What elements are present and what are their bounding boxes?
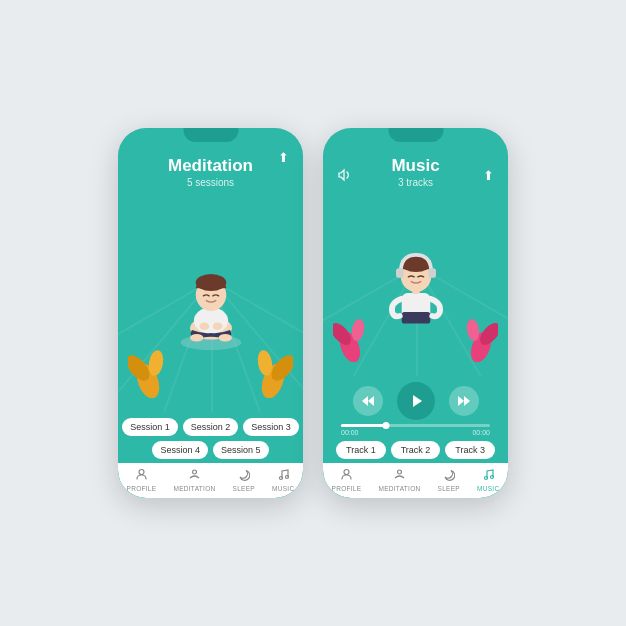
session-4-button[interactable]: Session 4	[152, 441, 208, 459]
notch	[183, 128, 238, 142]
share-icon[interactable]: ⬆	[278, 150, 289, 165]
meditation-nav-label: Meditation	[173, 485, 215, 492]
meditation-nav-icon	[188, 468, 201, 484]
svg-point-9	[190, 334, 203, 342]
track-3-button[interactable]: Track 3	[445, 441, 495, 459]
svg-point-19	[285, 476, 288, 479]
nav-meditation[interactable]: Meditation	[173, 468, 215, 492]
svg-rect-32	[428, 268, 436, 278]
rewind-button[interactable]	[353, 386, 383, 416]
svg-rect-31	[396, 268, 404, 278]
sessions-row-1: Session 1 Session 2 Session 3	[128, 418, 293, 436]
sleep-nav-icon	[237, 468, 250, 484]
music-nav-icon	[277, 468, 290, 484]
svg-point-10	[218, 334, 231, 342]
meditation-illustration	[118, 192, 303, 412]
time-start: 00:00	[341, 429, 359, 436]
track-1-button[interactable]: Track 1	[336, 441, 386, 459]
time-row: 00:00 00:00	[341, 429, 490, 436]
top-section-music: Music 3 tracks ⬆	[323, 146, 508, 192]
meditation-nav-label-2: Meditation	[378, 485, 420, 492]
svg-point-11	[199, 322, 209, 330]
share-icon-2[interactable]: ⬆	[483, 168, 494, 183]
svg-point-38	[344, 470, 349, 475]
progress-fill	[341, 424, 386, 427]
nav-profile[interactable]: Profile	[127, 468, 157, 492]
play-button[interactable]	[397, 382, 435, 420]
session-2-button[interactable]: Session 2	[183, 418, 239, 436]
profile-nav-label: Profile	[127, 485, 157, 492]
svg-point-40	[484, 477, 487, 480]
music-nav-icon-2	[482, 468, 495, 484]
music-nav-label-2: Music	[477, 485, 499, 492]
left-leaves-music	[333, 312, 368, 366]
nav-music-2[interactable]: Music	[477, 468, 499, 492]
meditation-subtitle: 5 sessions	[187, 177, 234, 188]
svg-point-39	[397, 470, 401, 474]
meditation-title: Meditation	[168, 156, 253, 176]
svg-marker-33	[362, 396, 368, 406]
volume-icon[interactable]	[337, 168, 351, 185]
profile-nav-icon-2	[340, 468, 353, 484]
nav-sleep-2[interactable]: Sleep	[438, 468, 460, 492]
music-illustration	[323, 192, 508, 376]
sessions-area: Session 1 Session 2 Session 3 Session 4 …	[118, 412, 303, 463]
sessions-row-2: Session 4 Session 5	[128, 441, 293, 459]
sleep-nav-icon-2	[442, 468, 455, 484]
sleep-nav-label-2: Sleep	[438, 485, 460, 492]
svg-marker-37	[464, 396, 470, 406]
svg-marker-35	[413, 395, 422, 407]
svg-marker-34	[368, 396, 374, 406]
svg-point-8	[193, 307, 227, 334]
svg-point-18	[279, 477, 282, 480]
session-3-button[interactable]: Session 3	[243, 418, 299, 436]
meditation-character	[166, 252, 256, 352]
music-title: Music	[391, 156, 439, 176]
player-controls	[323, 382, 508, 420]
progress-area: 00:00 00:00	[323, 424, 508, 436]
phones-container: Meditation 5 sessions ⬆	[118, 128, 508, 498]
bottom-nav-music: Profile Meditation	[323, 463, 508, 498]
svg-rect-27	[401, 312, 430, 323]
tracks-area: Track 1 Track 2 Track 3	[323, 436, 508, 463]
nav-music[interactable]: Music	[272, 468, 294, 492]
phone-music: Music 3 tracks ⬆	[323, 128, 508, 498]
left-leaves	[128, 343, 168, 402]
music-character	[371, 234, 461, 334]
svg-point-17	[192, 470, 196, 474]
svg-point-12	[212, 322, 222, 330]
svg-point-16	[139, 470, 144, 475]
nav-sleep[interactable]: Sleep	[233, 468, 255, 492]
right-leaves-music	[463, 312, 498, 366]
phone-meditation: Meditation 5 sessions ⬆	[118, 128, 303, 498]
sleep-nav-label: Sleep	[233, 485, 255, 492]
right-leaves	[253, 343, 293, 402]
top-section: Meditation 5 sessions ⬆	[118, 146, 303, 192]
profile-nav-label-2: Profile	[332, 485, 362, 492]
svg-marker-36	[458, 396, 464, 406]
notch-2	[388, 128, 443, 142]
progress-dot	[382, 422, 389, 429]
progress-bar[interactable]	[341, 424, 490, 427]
time-end: 00:00	[472, 429, 490, 436]
track-2-button[interactable]: Track 2	[391, 441, 441, 459]
bottom-nav-meditation: Profile Meditation	[118, 463, 303, 498]
svg-point-41	[490, 476, 493, 479]
forward-button[interactable]	[449, 386, 479, 416]
nav-profile-2[interactable]: Profile	[332, 468, 362, 492]
phone-inner-2: Music 3 tracks ⬆	[323, 128, 508, 498]
session-1-button[interactable]: Session 1	[122, 418, 178, 436]
session-5-button[interactable]: Session 5	[213, 441, 269, 459]
meditation-nav-icon-2	[393, 468, 406, 484]
music-subtitle: 3 tracks	[398, 177, 433, 188]
nav-meditation-2[interactable]: Meditation	[378, 468, 420, 492]
profile-nav-icon	[135, 468, 148, 484]
music-nav-label: Music	[272, 485, 294, 492]
phone-inner: Meditation 5 sessions ⬆	[118, 128, 303, 498]
